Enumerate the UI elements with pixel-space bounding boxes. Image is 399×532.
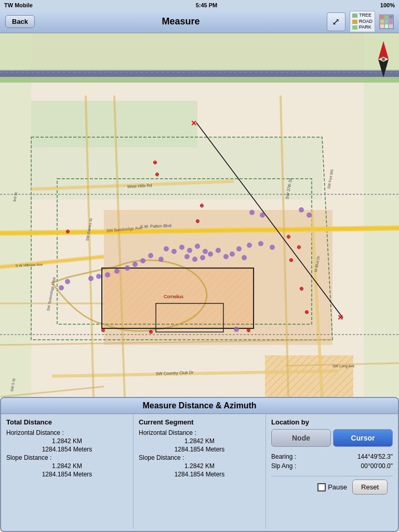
compass	[373, 38, 394, 80]
svg-marker-15	[265, 355, 353, 397]
bottom-panel: Measure Distance & Azimuth Total Distanc…	[0, 397, 399, 532]
svg-text:⊕: ⊕	[155, 171, 159, 177]
battery-label: 100%	[380, 2, 395, 8]
status-bar: TW Mobile 5:45 PM 100%	[0, 0, 399, 10]
svg-point-82	[249, 210, 255, 215]
legend-park: PARK	[359, 24, 371, 31]
svg-text:⊕: ⊕	[149, 329, 153, 335]
map-area[interactable]: ✕ ✕ ⊕ ⊕ ⊕ ⊕ ⊕ ⊕ ⊕ ⊕ ⊕ ⊕ ⊕ ⊕ ⊕	[0, 33, 399, 397]
expand-button[interactable]: ⤢	[327, 12, 345, 31]
expand-icon: ⤢	[332, 16, 340, 28]
page-title: Measure	[162, 16, 200, 27]
svg-point-54	[171, 249, 177, 254]
svg-point-61	[200, 255, 205, 260]
slp-ang-label: Slp Ang :	[271, 462, 296, 470]
map-svg: ✕ ✕ ⊕ ⊕ ⊕ ⊕ ⊕ ⊕ ⊕ ⊕ ⊕ ⊕ ⊕ ⊕ ⊕	[0, 33, 399, 397]
time-label: 5:45 PM	[196, 2, 218, 8]
svg-text:⊕: ⊕	[286, 234, 290, 240]
seg-slope-km: 1.2842 KM	[139, 462, 260, 470]
svg-point-56	[187, 248, 192, 253]
reset-button[interactable]: Reset	[352, 480, 388, 495]
svg-point-55	[179, 245, 184, 250]
svg-rect-1	[0, 33, 399, 75]
svg-point-69	[125, 265, 130, 271]
svg-text:⊕: ⊕	[304, 309, 309, 315]
svg-text:⊕: ⊕	[246, 327, 250, 333]
svg-text:⊕: ⊕	[289, 257, 293, 263]
bearing-label: Bearing :	[271, 453, 296, 460]
svg-point-65	[158, 257, 164, 262]
svg-point-81	[59, 285, 64, 290]
current-segment-col: Current Segment Horizontal Distance : 1.…	[134, 414, 266, 528]
svg-point-58	[203, 249, 208, 254]
svg-point-104	[382, 58, 385, 61]
location-buttons: Node Cursor	[271, 429, 393, 447]
seg-slope-meters: 1284.1854 Meters	[139, 471, 260, 478]
location-by-title: Location by	[271, 418, 393, 426]
svg-point-78	[230, 251, 235, 257]
legend-road: ROAD	[359, 19, 373, 25]
svg-text:⊕: ⊕	[65, 229, 70, 234]
svg-rect-3	[364, 33, 399, 397]
total-distance-col: Total Distance Horizontal Distance : 1.2…	[1, 414, 134, 528]
total-slope-km: 1.2842 KM	[6, 462, 128, 470]
svg-point-59	[184, 254, 190, 259]
svg-point-79	[242, 255, 247, 260]
svg-point-66	[148, 253, 153, 258]
slp-ang-value: 00°00'00.0"	[361, 462, 393, 470]
total-slope-label: Slope Distance :	[6, 454, 128, 461]
svg-point-84	[299, 207, 304, 212]
carrier-label: TW Mobile	[4, 2, 33, 8]
svg-point-71	[105, 272, 110, 277]
pause-container: Pause	[317, 483, 347, 491]
svg-marker-103	[378, 59, 389, 77]
svg-rect-2	[0, 33, 31, 397]
total-slope-meters: 1284.1854 Meters	[6, 471, 128, 478]
total-horiz-label: Horizontal Distance :	[6, 429, 128, 436]
svg-point-57	[195, 244, 200, 249]
node-button[interactable]: Node	[271, 429, 331, 447]
total-distance-title: Total Distance	[6, 418, 128, 426]
svg-point-86	[234, 327, 239, 332]
svg-point-85	[307, 212, 312, 218]
svg-text:⊕: ⊕	[153, 159, 157, 165]
current-segment-title: Current Segment	[139, 418, 260, 426]
nav-bar: Back Measure ⤢ TREE ROAD PARK	[0, 10, 399, 33]
seg-horiz-km: 1.2842 KM	[139, 437, 260, 445]
svg-point-64	[223, 254, 229, 259]
svg-text:⊕: ⊕	[195, 218, 200, 224]
pause-checkbox[interactable]	[317, 483, 326, 491]
total-horiz-km: 1.2842 KM	[6, 437, 128, 445]
svg-point-63	[216, 248, 221, 253]
seg-slope-label: Slope Distance :	[139, 454, 260, 461]
svg-point-68	[132, 262, 138, 267]
svg-text:✕: ✕	[337, 313, 343, 322]
svg-text:⊕: ⊕	[297, 244, 301, 250]
svg-point-53	[164, 246, 169, 251]
svg-text:⊕: ⊕	[101, 327, 105, 333]
cursor-button[interactable]: Cursor	[333, 429, 393, 447]
svg-text:✕: ✕	[191, 119, 197, 127]
svg-point-73	[88, 276, 94, 281]
seg-horiz-meters: 1284.1854 Meters	[139, 446, 260, 453]
svg-point-70	[114, 269, 119, 274]
pause-label: Pause	[328, 483, 347, 491]
svg-point-74	[236, 246, 242, 251]
seg-horiz-label: Horizontal Distance :	[139, 429, 260, 436]
total-horiz-meters: 1284.1854 Meters	[6, 446, 128, 453]
legend: TREE ROAD PARK	[350, 11, 375, 32]
svg-text:SW Long Ave: SW Long Ave	[332, 364, 354, 368]
svg-text:⊕: ⊕	[299, 286, 303, 291]
svg-text:⊕: ⊕	[200, 203, 204, 208]
legend-tree: TREE	[359, 12, 371, 19]
svg-point-67	[140, 258, 145, 263]
svg-text:Cornelius: Cornelius	[164, 294, 184, 299]
back-button[interactable]: Back	[5, 15, 35, 28]
slp-ang-row: Slp Ang : 00°00'00.0"	[271, 462, 393, 470]
bearing-row: Bearing : 144°49'52.3"	[271, 453, 393, 460]
location-by-col: Location by Node Cursor Bearing : 144°49…	[266, 414, 398, 528]
svg-point-62	[208, 251, 213, 257]
svg-marker-8	[31, 137, 322, 200]
svg-rect-5	[0, 71, 399, 77]
legend-grid	[379, 15, 394, 29]
